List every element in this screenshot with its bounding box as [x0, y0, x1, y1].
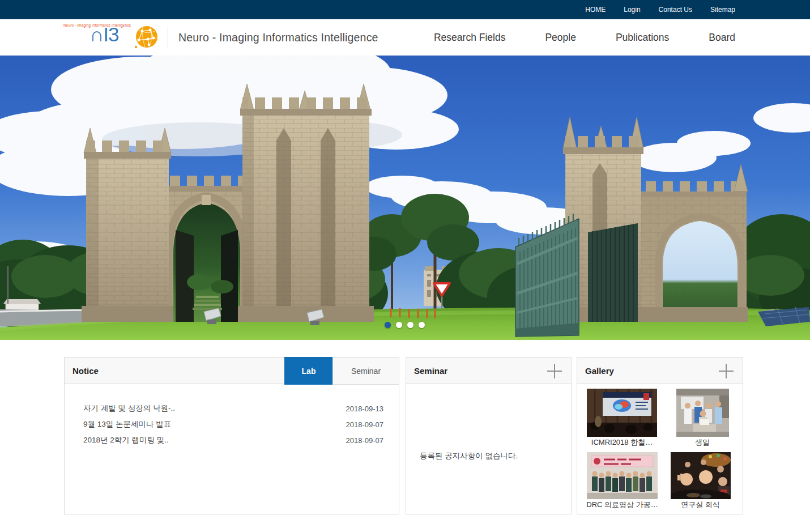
notice-item-1[interactable]: 자기 계발 및 성장의 낙원-.. 2018-09-13: [65, 401, 399, 416]
campus-gate-photo: [0, 56, 810, 340]
carousel-dot-2[interactable]: [396, 322, 402, 328]
notice-list: 자기 계발 및 성장의 낙원-.. 2018-09-13 9월 13일 논문세미…: [65, 384, 399, 448]
topbar-link-login[interactable]: Login: [624, 6, 640, 14]
nav-board[interactable]: Board: [709, 32, 735, 44]
notice-item-3[interactable]: 2018년 2학기 랩미팅 및.. 2018-09-07: [65, 432, 399, 448]
gallery-thumb-birthday[interactable]: [676, 389, 729, 437]
carousel-dot-1[interactable]: [385, 322, 391, 328]
seminar-add-button[interactable]: [547, 363, 563, 379]
notice-panel: Notice Lab Seminar 자기 계발 및 성장의 낙원-.. 201…: [64, 357, 399, 514]
hero-slider: [0, 56, 810, 340]
notice-tab-seminar[interactable]: Seminar: [332, 357, 399, 385]
notice-item-date: 2018-09-07: [346, 420, 384, 429]
main-nav: Research Fields People Publications Boar…: [394, 32, 810, 44]
plus-icon: [719, 364, 734, 378]
site-title: Neuro - Imaging Informatics Intelligence: [178, 31, 378, 44]
gallery-panel: Gallery: [577, 357, 743, 514]
gallery-grid: ICMRI2018 한철…: [577, 384, 743, 510]
seminar-body: 등록된 공지사항이 없습니다.: [406, 384, 571, 461]
gallery-thumb-conference[interactable]: [587, 389, 657, 437]
gallery-caption: 연구실 회식: [681, 499, 720, 510]
gallery-thumb-lab-dinner[interactable]: [671, 452, 731, 499]
carousel-dot-4[interactable]: [419, 322, 425, 328]
topbar-link-home[interactable]: HOME: [585, 6, 606, 14]
seminar-panel: Seminar 등록된 공지사항이 없습니다.: [406, 357, 572, 514]
nav-publications[interactable]: Publications: [616, 32, 669, 44]
globe-network-icon: [134, 24, 160, 50]
gallery-add-button[interactable]: [719, 363, 735, 379]
nav-people[interactable]: People: [545, 32, 576, 44]
notice-item-title: 2018년 2학기 랩미팅 및..: [83, 435, 169, 445]
gallery-caption: DRC 의료영상 가공…: [586, 499, 658, 510]
topbar-link-sitemap[interactable]: Sitemap: [710, 6, 735, 14]
notice-item-date: 2018-09-13: [346, 405, 384, 413]
header-divider: [168, 27, 168, 48]
gallery-item-2: 생일: [671, 389, 734, 448]
gallery-caption: 생일: [695, 437, 710, 448]
seminar-empty-message: 등록된 공지사항이 없습니다.: [420, 451, 571, 461]
topbar: HOME Login Contact Us Sitemap: [0, 0, 810, 19]
gallery-title: Gallery: [585, 366, 614, 376]
gallery-caption: ICMRI2018 한철…: [591, 437, 653, 448]
site-logo[interactable]: Neuro - Imaging Informatics Intelligence…: [62, 21, 163, 54]
nav-research-fields[interactable]: Research Fields: [434, 32, 505, 44]
logo-mark: ∩I3: [89, 24, 118, 44]
gallery-item-1: ICMRI2018 한철…: [587, 389, 657, 448]
notice-tab-lab[interactable]: Lab: [284, 357, 332, 385]
carousel-dots: [385, 322, 425, 328]
carousel-dot-3[interactable]: [407, 322, 413, 328]
seminar-title: Seminar: [414, 366, 447, 376]
seminar-header: Seminar: [406, 357, 571, 384]
notice-title: Notice: [73, 366, 99, 376]
gallery-item-3: DRC 의료영상 가공…: [587, 452, 658, 510]
content-row: Notice Lab Seminar 자기 계발 및 성장의 낙원-.. 201…: [64, 357, 743, 514]
header: Neuro - Imaging Informatics Intelligence…: [0, 19, 810, 56]
notice-item-title: 9월 13일 논문세미나 발표: [83, 419, 171, 429]
topbar-link-contact[interactable]: Contact Us: [659, 6, 692, 14]
notice-header: Notice Lab Seminar: [65, 357, 399, 384]
plus-icon: [547, 364, 562, 378]
notice-item-date: 2018-09-07: [346, 436, 384, 445]
gallery-item-4: 연구실 회식: [667, 452, 734, 510]
notice-item-title: 자기 계발 및 성장의 낙원-..: [83, 403, 175, 414]
notice-item-2[interactable]: 9월 13일 논문세미나 발표 2018-09-07: [65, 416, 399, 432]
gallery-header: Gallery: [577, 357, 743, 384]
notice-tabs: Lab Seminar: [284, 357, 399, 385]
gallery-thumb-drc-group[interactable]: [587, 452, 658, 499]
